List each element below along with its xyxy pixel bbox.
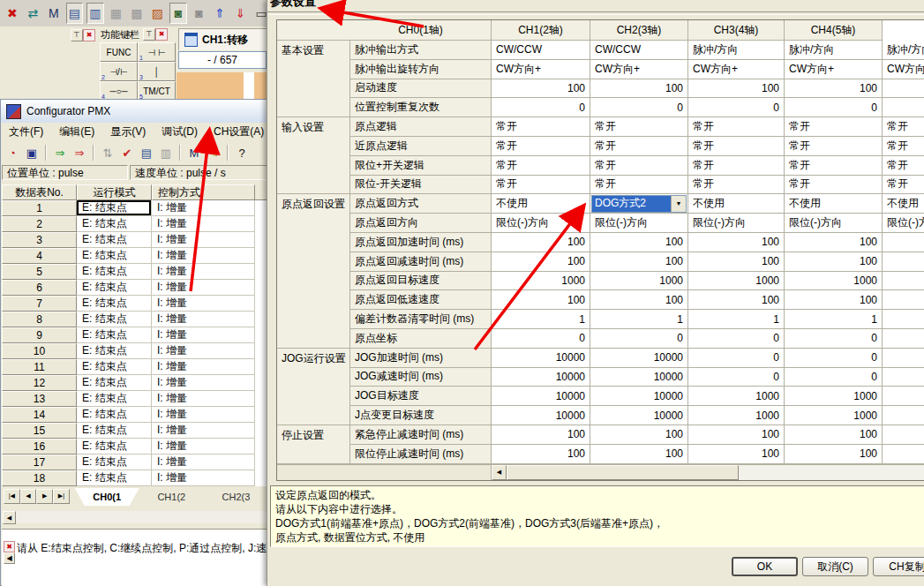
tab-CH0(1轴)[interactable]: CH0(1轴) [75,488,139,506]
value-cell[interactable]: CW方向+ [590,60,688,79]
value-cell[interactable]: 10000 [590,368,688,387]
value-cell[interactable]: 10000 [492,387,590,406]
row-number-cell[interactable]: 11 [2,359,77,375]
value-cell[interactable]: 100 [688,79,785,99]
horizontal-scrollbar[interactable]: ◀ [2,511,268,523]
function-key-func[interactable]: FUNC [100,42,138,62]
value-cell[interactable]: 1000 [688,272,785,291]
value-cell[interactable]: 常开 [590,156,688,176]
row-number-cell[interactable]: 6 [2,280,77,296]
value-cell[interactable]: 常开 [590,137,688,156]
value-cell[interactable] [883,79,924,99]
value-cell[interactable]: 1000 [590,272,688,291]
row-number-cell[interactable]: 1 [2,200,77,216]
control-cell[interactable]: I: 增量 [152,455,255,470]
function-key-5[interactable]: TM/CT5 [138,81,176,101]
value-cell[interactable]: 100 [688,252,785,272]
value-cell[interactable] [883,290,924,310]
value-cell[interactable]: 1 [785,310,883,329]
value-cell[interactable]: 不使用 [785,194,883,214]
cancel-button[interactable]: 取消(C) [802,557,868,576]
value-cell[interactable] [883,329,924,349]
value-cell[interactable]: 100 [492,79,590,99]
value-cell[interactable] [883,445,924,464]
value-cell[interactable]: 0 [688,368,785,387]
list-view-icon[interactable]: ▥ [86,3,104,24]
value-cell[interactable]: 1 [688,310,785,329]
value-cell[interactable]: 0 [688,329,785,349]
export-icon[interactable]: ⇒ [71,144,88,162]
value-cell[interactable]: 100 [492,233,590,252]
control-cell[interactable]: I: 增量 [152,280,255,296]
row-number-cell[interactable]: 5 [2,264,77,280]
value-cell[interactable]: 100 [590,252,688,272]
value-cell[interactable]: 限位(-)方向 [492,214,590,233]
value-cell[interactable]: CW/CCW [590,41,688,60]
ch-copy-button[interactable]: CH复制 [873,557,924,576]
mode-cell[interactable]: E: 结束点 [77,216,152,232]
value-cell[interactable]: 1000 [785,272,883,291]
value-cell[interactable]: CW方向+ [688,60,785,79]
value-cell[interactable]: 常开 [785,117,883,137]
jump-icon[interactable]: ⇄ [25,3,42,24]
mode-cell[interactable]: E: 结束点 [77,343,152,359]
mode-cell[interactable]: E: 结束点 [77,470,152,486]
value-cell[interactable]: 1000 [492,272,590,291]
table-horizontal-scrollbar[interactable]: ◀ [492,465,924,480]
row-number-cell[interactable]: 8 [2,312,77,327]
value-cell[interactable]: 0 [590,98,688,117]
mode-cell[interactable]: E: 结束点 [77,200,152,216]
value-cell[interactable]: 脉冲/方向 [883,41,924,60]
value-cell[interactable]: 常开 [883,156,924,176]
import-icon[interactable]: ⇒ [51,144,69,162]
menu-item[interactable]: 显示(V) [102,123,154,141]
value-cell[interactable]: 0 [688,98,785,117]
save-icon[interactable]: ▣ [23,144,41,162]
scroll-left-icon[interactable]: ◀ [492,465,507,480]
value-cell[interactable] [883,98,924,117]
control-cell[interactable]: I: 增量 [152,423,255,439]
value-cell[interactable]: 10000 [590,387,688,406]
row-number-cell[interactable]: 16 [2,439,77,455]
find-icon[interactable]: M [185,144,203,162]
value-cell[interactable]: 100 [590,79,688,99]
value-cell[interactable]: 100 [785,233,883,252]
value-cell[interactable]: 常开 [785,176,883,195]
row-number-cell[interactable]: 9 [2,327,77,343]
value-cell[interactable]: 1 [492,310,590,329]
tab-CH1(2轴)[interactable]: CH1(2轴) [139,488,204,506]
value-cell[interactable]: 1000 [785,406,883,425]
value-cell[interactable]: 不使用 [688,194,785,214]
pin-icon[interactable]: ⊤ [71,29,83,41]
mode-cell[interactable]: E: 结束点 [77,407,152,423]
value-cell[interactable] [883,368,924,387]
help-icon[interactable]: ? [233,144,251,162]
value-cell[interactable]: 常开 [688,137,785,156]
tab-CH2(3轴)[interactable]: CH2(3轴) [204,488,268,506]
ok-button[interactable]: OK [732,557,798,576]
value-cell[interactable]: 0 [492,329,590,349]
find-icon[interactable]: M [45,3,63,24]
value-cell[interactable]: 100 [590,233,688,252]
value-cell[interactable]: 常开 [492,176,590,195]
value-cell[interactable]: 脉冲/方向 [785,41,883,60]
colors-icon[interactable]: ▨ [149,3,167,24]
value-cell[interactable]: CW方向+ [785,60,883,79]
value-cell[interactable]: 常开 [688,156,785,176]
value-cell[interactable]: 100 [492,290,590,310]
function-key-4[interactable]: ─○─4 [100,81,138,101]
value-cell[interactable]: 100 [492,252,590,272]
control-cell[interactable]: I: 增量 [152,375,255,391]
return-mode-dropdown[interactable]: DOG方式2▼ [591,195,687,213]
value-cell[interactable]: 脉冲/方向 [688,41,785,60]
value-cell[interactable]: 常开 [883,176,924,195]
value-cell[interactable]: 10000 [492,406,590,425]
function-key-2[interactable]: ⊣/⊢2 [100,62,138,81]
value-cell[interactable]: 10000 [492,368,590,387]
value-cell[interactable] [883,349,924,368]
control-cell[interactable]: I: 增量 [152,264,255,280]
mode-cell[interactable]: E: 结束点 [77,312,152,327]
value-cell[interactable]: 0 [688,349,785,368]
value-cell[interactable]: 常开 [590,176,688,195]
menu-item[interactable]: CH设置(A) [206,123,268,141]
